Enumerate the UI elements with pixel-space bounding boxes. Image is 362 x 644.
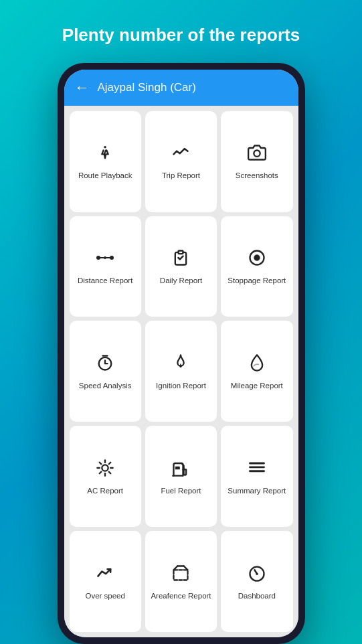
app-bar: ← Ajaypal Singh (Car)	[64, 70, 298, 106]
drop-icon	[248, 353, 266, 376]
record-icon	[248, 248, 266, 270]
speed-analysis-item[interactable]: Speed Analysis	[70, 321, 141, 422]
summary-report-label: Summary Report	[228, 486, 286, 496]
svg-point-30	[256, 572, 258, 575]
ac-report-label: AC Report	[87, 486, 123, 496]
fuel-report-item[interactable]: Fuel Report	[145, 426, 217, 527]
fence-icon	[171, 564, 190, 586]
stoppage-report-label: Stoppage Report	[228, 276, 286, 286]
headline: Plenty number of the reports	[42, 0, 320, 63]
daily-report-item[interactable]: Daily Report	[145, 216, 217, 317]
distance-report-item[interactable]: Distance Report	[70, 216, 141, 317]
svg-point-12	[102, 465, 108, 471]
screenshots-item[interactable]: Screenshots	[221, 111, 292, 212]
back-button[interactable]: ←	[75, 79, 90, 96]
ignition-report-label: Ignition Report	[156, 381, 206, 391]
uptrend-icon	[96, 564, 114, 586]
route-playback-label: Route Playback	[78, 171, 132, 181]
screenshots-label: Screenshots	[236, 171, 278, 181]
reports-grid: Route Playback Trip Report	[64, 106, 298, 637]
svg-line-20	[100, 471, 102, 473]
app-bar-title: Ajaypal Singh (Car)	[98, 81, 196, 94]
svg-point-9	[254, 254, 260, 260]
fuel-icon	[171, 459, 190, 481]
dashboard-label: Dashboard	[238, 591, 276, 601]
svg-point-0	[104, 146, 106, 149]
distance-report-label: Distance Report	[78, 276, 132, 286]
dashboard-item[interactable]: Dashboard	[221, 531, 292, 632]
gauge-icon	[248, 564, 266, 586]
sun-icon	[96, 459, 114, 481]
phone-frame: ← Ajaypal Singh (Car) Route Playback	[58, 63, 305, 644]
speed-analysis-label: Speed Analysis	[79, 381, 132, 391]
chart-icon	[171, 143, 190, 165]
timer-icon	[96, 353, 114, 376]
phone-screen: ← Ajaypal Singh (Car) Route Playback	[64, 70, 298, 637]
flame-icon	[171, 353, 190, 376]
svg-point-1	[254, 151, 260, 157]
trip-report-item[interactable]: Trip Report	[145, 111, 217, 212]
svg-rect-7	[179, 251, 183, 254]
svg-line-18	[109, 471, 111, 473]
areafence-report-item[interactable]: Areafence Report	[145, 531, 217, 632]
svg-rect-26	[174, 570, 188, 580]
svg-line-19	[109, 462, 111, 464]
mileage-report-item[interactable]: Mileage Report	[221, 321, 292, 422]
areafence-report-label: Areafence Report	[151, 591, 211, 601]
lines-icon	[248, 459, 266, 481]
route-playback-item[interactable]: Route Playback	[70, 111, 141, 212]
walk-icon	[96, 143, 114, 165]
distance-icon	[96, 248, 114, 270]
svg-rect-22	[175, 466, 180, 469]
fuel-report-label: Fuel Report	[161, 486, 201, 496]
clipboard-icon	[171, 248, 190, 270]
over-speed-item[interactable]: Over speed	[70, 531, 141, 632]
ac-report-item[interactable]: AC Report	[70, 426, 141, 527]
camera-icon	[248, 143, 266, 165]
mileage-report-label: Mileage Report	[231, 381, 283, 391]
trip-report-label: Trip Report	[162, 171, 200, 181]
stoppage-report-item[interactable]: Stoppage Report	[221, 216, 292, 317]
daily-report-label: Daily Report	[160, 276, 202, 286]
over-speed-label: Over speed	[85, 591, 124, 601]
summary-report-item[interactable]: Summary Report	[221, 426, 292, 527]
svg-line-17	[100, 462, 102, 464]
ignition-report-item[interactable]: Ignition Report	[145, 321, 217, 422]
